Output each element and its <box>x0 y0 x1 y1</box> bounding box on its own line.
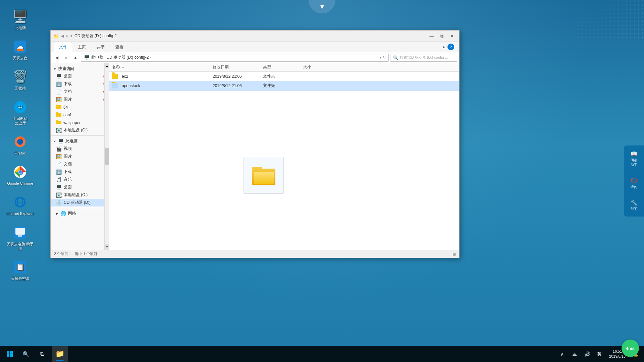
sidebar-item-wallpaper[interactable]: wallpaper <box>51 119 109 126</box>
tray-lang-icon[interactable]: 英 <box>594 349 605 359</box>
file-date-ec2: 2019/8/12 21:06 <box>213 74 263 79</box>
svg-rect-25 <box>56 121 61 124</box>
chinatelecom-label: 中国电信 营业厅 <box>13 117 28 125</box>
sidebar-item-pictures-2[interactable]: 🖼️ 图片 <box>51 153 109 160</box>
chinatelecom-icon: 中 <box>12 99 28 115</box>
right-side-panel: 📖 阅读 助手 🚫 请勿 🔧 部工 <box>624 145 644 217</box>
address-dropdown-button[interactable]: ▾ <box>380 55 382 60</box>
sidebar-item-network[interactable]: ▶ 🌐 网络 <box>51 209 109 217</box>
file-explorer-window: 📁 ◀ ▶ ▾ CD 驱动器 (D:) config-2 — ⧉ ✕ 文件 主页… <box>50 30 460 258</box>
search-box[interactable]: 🔍 搜索"CD 驱动器 (D:) config-... <box>390 54 457 62</box>
desktop-icon-firefox[interactable]: Firefox <box>3 132 37 157</box>
taskbar-app-file-explorer[interactable]: 📁 <box>52 346 68 362</box>
col-type-header[interactable]: 类型 <box>263 64 303 70</box>
item-count: 2 个项目 <box>54 251 68 256</box>
network-expand-icon: ▶ <box>56 212 58 215</box>
desktop-icon-this-pc[interactable]: 🖥️ 此电脑 <box>3 7 37 32</box>
sidebar-item-conf[interactable]: conf <box>51 111 109 119</box>
desktop-icon-tianyiyunpan[interactable]: ☁ 天翼云盘 <box>3 37 37 62</box>
desktop-icon-tianyiyunmima[interactable]: 📋 天翼云密盘 <box>3 257 37 283</box>
sidebar-item-local-c[interactable]: 💽 本地磁盘 (C:) <box>51 191 109 199</box>
col-size-header[interactable]: 大小 <box>303 64 337 70</box>
cd-d-icon: 💿 <box>56 200 62 205</box>
sidebar-item-downloads-2[interactable]: ⬇️ 下载 <box>51 168 109 176</box>
folder-inner <box>254 172 274 184</box>
svg-rect-30 <box>10 354 13 357</box>
read-assistant-btn[interactable]: 📖 阅读 助手 <box>631 150 637 167</box>
ribbon-collapse-button[interactable]: ▲ <box>442 45 446 49</box>
minimize-button[interactable]: — <box>427 33 436 40</box>
address-bar: ◀ ▶ ▲ 🖥️ 此电脑 › CD 驱动器 (D:) config-2 › ▾ … <box>51 52 459 63</box>
nav-up-button[interactable]: ▲ <box>71 54 79 62</box>
nav-forward-button[interactable]: ▶ <box>62 54 70 62</box>
breadcrumb-current[interactable]: CD 驱动器 (D:) config-2 <box>106 55 149 60</box>
firefox-icon <box>12 134 28 150</box>
sidebar-item-videos[interactable]: 🎬 视频 <box>51 145 109 153</box>
restore-button[interactable]: ⧉ <box>437 33 446 40</box>
taskbar-apps: 📁 <box>50 346 69 362</box>
view-toggle[interactable]: ▦ <box>452 252 456 256</box>
taskbar: 🔍 ⧉ 📁 ∧ 🔊 英 16:51 2019/8/16 🔔 <box>0 346 644 362</box>
sidebar-item-downloads[interactable]: ⬇️ 下载 📌 <box>51 80 109 88</box>
recycle-bin-label: 回收站 <box>15 86 26 90</box>
help-button[interactable]: ? <box>447 44 454 50</box>
file-row-ec2[interactable]: ec2 2019/8/12 21:06 文件夹 <box>109 72 459 81</box>
folder-icon-openstack <box>112 83 118 88</box>
documents-sidebar-icon: 📄 <box>56 89 62 95</box>
breadcrumb-this-pc[interactable]: 此电脑 <box>91 55 103 60</box>
sidebar-item-cd-d[interactable]: 💿 CD 驱动器 (D:) <box>51 199 109 206</box>
file-row-openstack[interactable]: openstack 2019/8/12 21:06 文件夹 <box>109 81 459 90</box>
folder-body <box>252 169 275 185</box>
nav-back-button[interactable]: ◀ <box>53 54 61 62</box>
taskbar-search-button[interactable]: 🔍 <box>18 346 34 362</box>
close-button[interactable]: ✕ <box>447 33 457 40</box>
tray-volume-icon[interactable]: 🔊 <box>582 349 592 359</box>
quick-access-header[interactable]: ▼ 快速访问 <box>51 65 109 72</box>
sidebar-item-local-c-quick[interactable]: 💽 本地磁盘 (C:) <box>51 126 109 134</box>
tab-share[interactable]: 共享 <box>92 42 110 52</box>
desktop-icon-chrome[interactable]: Google Chrome <box>3 162 37 187</box>
desktop-icons: 🖥️ 此电脑 ☁ 天翼云盘 🗑️ 回收站 中 中国电信 营业厅 <box>0 0 40 289</box>
sidebar-scroll-up-button[interactable]: ▲ <box>105 63 109 68</box>
sidebar-divider-2 <box>51 208 109 208</box>
task-view-button[interactable]: ⧉ <box>34 346 50 362</box>
file-date-openstack: 2019/8/12 21:06 <box>213 83 263 88</box>
svg-rect-28 <box>10 351 13 354</box>
sidebar-item-documents[interactable]: 📄 文档 📌 <box>51 88 109 96</box>
svg-rect-29 <box>7 354 9 357</box>
title-bar: 📁 ◀ ▶ ▾ CD 驱动器 (D:) config-2 — ⧉ ✕ <box>51 31 459 42</box>
desktop-icon-chinatelecom[interactable]: 中 中国电信 营业厅 <box>3 98 37 127</box>
tab-view[interactable]: 查看 <box>110 42 128 52</box>
no-distract-btn[interactable]: 🚫 请勿 <box>631 177 637 189</box>
col-date-header[interactable]: 修改日期 <box>213 64 263 70</box>
sidebar-item-documents-2[interactable]: 📄 文档 <box>51 160 109 168</box>
sidebar-item-64[interactable]: 64 <box>51 103 109 111</box>
tab-home[interactable]: 主页 <box>73 42 91 52</box>
this-pc-header[interactable]: ▼ 🖥️ 此电脑 <box>51 137 109 145</box>
tianyiyunpc-label: 天翼云电脑 助手册 <box>5 242 35 251</box>
svg-rect-33 <box>574 353 575 354</box>
sidebar-scroll-down-button[interactable]: ▼ <box>105 244 109 250</box>
sort-arrow: ▲ <box>122 66 124 69</box>
decoration-dots <box>577 0 644 40</box>
sidebar-item-desktop[interactable]: 🖥️ 桌面 📌 <box>51 72 109 80</box>
desktop-icon-ie[interactable]: Internet Explorer <box>3 192 37 218</box>
svg-rect-1 <box>577 0 644 40</box>
work-tools-btn[interactable]: 🔧 部工 <box>631 199 637 212</box>
tray-network-icon[interactable] <box>569 349 580 359</box>
address-box[interactable]: 🖥️ 此电脑 › CD 驱动器 (D:) config-2 › ▾ ↻ <box>81 54 389 62</box>
sidebar-scrollbar-thumb[interactable] <box>105 148 109 165</box>
svg-text:中: 中 <box>17 104 23 110</box>
col-name-header[interactable]: 名称 ▲ <box>112 64 213 70</box>
address-refresh-button[interactable]: ↻ <box>383 55 386 60</box>
ie-label: Internet Explorer <box>6 212 34 216</box>
sidebar-item-pictures[interactable]: 🖼️ 图片 📌 <box>51 96 109 103</box>
tray-show-hidden-button[interactable]: ∧ <box>557 349 568 359</box>
sidebar-item-desktop-2[interactable]: 🖥️ 桌面 <box>51 183 109 191</box>
desktop-icon-tianyiyunpc[interactable]: 天翼云电脑 助手册 <box>3 223 37 252</box>
tab-file[interactable]: 文件 <box>54 42 72 52</box>
sidebar-item-music[interactable]: 🎵 音乐 <box>51 176 109 183</box>
main-area: ▲ ▼ ▼ 快速访问 🖥️ 桌面 📌 ⬇️ 下载 📌 📄 文档 <box>51 63 459 250</box>
desktop-icon-recycle[interactable]: 🗑️ 回收站 <box>3 67 37 92</box>
start-button[interactable] <box>2 346 18 362</box>
